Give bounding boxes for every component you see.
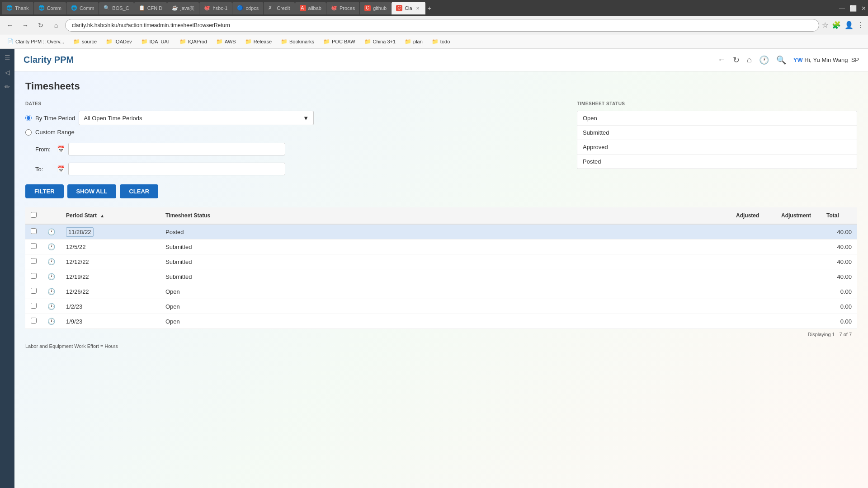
bookmark-iqaprod[interactable]: 📁 IQAProd: [176, 37, 211, 46]
bookmark-clarity[interactable]: 📄 Clarity PPM :: Overv...: [4, 37, 68, 46]
from-date-row: From: 📅: [35, 143, 559, 155]
from-date-input[interactable]: [68, 143, 285, 155]
profile-icon[interactable]: 👤: [844, 21, 854, 29]
tab-close-cla[interactable]: ✕: [415, 5, 421, 11]
sidebar-edit-icon[interactable]: ✏: [2, 81, 13, 92]
select-all-checkbox[interactable]: [31, 212, 37, 218]
status-submitted[interactable]: Submitted: [577, 126, 857, 140]
reload-button[interactable]: ↻: [34, 19, 47, 32]
total-header[interactable]: Total: [821, 207, 857, 224]
tab-bosc[interactable]: 🔍 BOS_C: [99, 2, 133, 14]
tab-label-bosc: BOS_C: [112, 5, 129, 11]
home-nav-icon[interactable]: ⌂: [747, 55, 752, 65]
tab-cfnd[interactable]: 📋 CFN D: [134, 2, 167, 14]
bookmark-aws[interactable]: 📁 AWS: [212, 37, 240, 46]
tab-comm2[interactable]: 🌐 Comm: [66, 2, 99, 14]
from-calendar-icon[interactable]: 📅: [57, 145, 65, 153]
filter-dates: DATES By Time Period All Open Time Perio…: [25, 101, 559, 175]
by-time-period-radio[interactable]: [25, 115, 32, 121]
time-period-select[interactable]: All Open Time Periods ▼: [79, 111, 314, 125]
bookmark-source[interactable]: 📁 source: [70, 37, 100, 46]
bookmark-iqa-uat[interactable]: 📁 IQA_UAT: [137, 37, 174, 46]
bookmark-china[interactable]: 📁 China 3+1: [361, 37, 399, 46]
tab-proces[interactable]: 🐙 Proces: [326, 2, 359, 14]
adjusted-cell: [731, 299, 776, 314]
tab-credit[interactable]: ✗ Credit: [264, 2, 294, 14]
close-window-button[interactable]: ✕: [861, 5, 866, 12]
bookmarks-bar: 📄 Clarity PPM :: Overv... 📁 source 📁 IQA…: [0, 34, 868, 49]
custom-range-radio[interactable]: [25, 129, 32, 136]
bookmark-release[interactable]: 📁 Release: [241, 37, 275, 46]
row-checkbox-6[interactable]: [31, 318, 37, 324]
refresh-icon[interactable]: ↻: [733, 55, 740, 65]
url-text: clarity.hk.hsbc/niku/nu#action:timeadmin…: [72, 22, 230, 28]
row-checkbox-4[interactable]: [31, 288, 37, 294]
forward-button[interactable]: →: [19, 19, 32, 32]
tab-favicon-cdpcs: 🔵: [237, 5, 243, 11]
bookmark-folder-icon-release: 📁: [245, 38, 252, 45]
to-label: To:: [35, 166, 53, 173]
minimize-button[interactable]: —: [839, 5, 845, 12]
table-row: 🕐 12/19/22 Submitted 40.00: [25, 269, 857, 284]
status-cell: Submitted: [160, 269, 731, 284]
back-nav-icon[interactable]: ←: [717, 55, 726, 65]
total-cell: 40.00: [821, 224, 857, 239]
sidebar-nav-icon[interactable]: ◁: [2, 67, 13, 78]
bookmark-star-icon[interactable]: ☆: [822, 21, 828, 29]
adjusted-cell: [731, 239, 776, 254]
clear-button[interactable]: CLEAR: [120, 184, 158, 198]
tab-favicon-alibab: A: [300, 5, 306, 11]
period-start-cell[interactable]: 1/2/23: [61, 299, 160, 314]
period-start-cell[interactable]: 1/9/23: [61, 314, 160, 329]
tab-favicon-bosc: 🔍: [104, 5, 110, 11]
filter-button[interactable]: FILTER: [25, 184, 64, 198]
bookmark-bookmarks[interactable]: 📁 Bookmarks: [277, 37, 318, 46]
row-checkbox-5[interactable]: [31, 303, 37, 309]
bookmark-poc-baw[interactable]: 📁 POC BAW: [320, 37, 359, 46]
new-tab-button[interactable]: +: [428, 5, 431, 12]
by-time-period-label: By Time Period: [35, 115, 75, 122]
status-posted[interactable]: Posted: [577, 155, 857, 169]
tab-favicon-comm2: 🌐: [71, 5, 77, 11]
bookmark-iqadev[interactable]: 📁 IQADev: [102, 37, 136, 46]
sidebar-menu-icon[interactable]: ☰: [2, 52, 13, 63]
bookmark-plan[interactable]: 📁 plan: [401, 37, 426, 46]
app-header: Clarity PPM ← ↻ ⌂ 🕐 🔍 YW Hi, Yu Min Wang…: [14, 49, 868, 71]
adjustment-cell: [776, 284, 821, 299]
history-icon[interactable]: 🕐: [759, 55, 769, 65]
menu-icon[interactable]: ⋮: [857, 21, 864, 29]
tab-github[interactable]: C github: [360, 2, 391, 14]
tab-thank[interactable]: 🌐 Thank: [2, 2, 33, 14]
address-bar[interactable]: clarity.hk.hsbc/niku/nu#action:timeadmin…: [65, 19, 819, 32]
restore-button[interactable]: ⬜: [849, 5, 857, 12]
tab-cdpcs[interactable]: 🔵 cdpcs: [232, 2, 263, 14]
tab-comm1[interactable]: 🌐 Comm: [34, 2, 66, 14]
extensions-icon[interactable]: 🧩: [832, 21, 841, 29]
row-checkbox-3[interactable]: [31, 273, 37, 279]
row-checkbox-2[interactable]: [31, 258, 37, 264]
status-open[interactable]: Open: [577, 111, 857, 126]
tab-java[interactable]: ☕ java实: [167, 2, 199, 14]
to-calendar-icon[interactable]: 📅: [57, 165, 65, 173]
period-start-header[interactable]: Period Start ▲: [61, 207, 160, 224]
show-all-button[interactable]: SHOW ALL: [67, 184, 117, 198]
adjustment-header[interactable]: Adjustment: [776, 207, 821, 224]
status-approved[interactable]: Approved: [577, 140, 857, 155]
tab-hsbc[interactable]: 🐙 hsbc-1: [199, 2, 232, 14]
period-start-cell[interactable]: 12/26/22: [61, 284, 160, 299]
row-checkbox-0[interactable]: [31, 228, 37, 234]
period-start-cell[interactable]: 12/19/22: [61, 269, 160, 284]
tab-alibab[interactable]: A alibab: [295, 2, 326, 14]
to-date-input[interactable]: [68, 163, 285, 175]
home-button[interactable]: ⌂: [50, 19, 62, 32]
bookmark-todo[interactable]: 📁 todo: [428, 37, 453, 46]
period-start-cell[interactable]: 12/12/22: [61, 254, 160, 269]
tab-cla[interactable]: C Cla ✕: [392, 2, 425, 14]
period-start-cell[interactable]: 11/28/22: [61, 224, 160, 239]
search-icon[interactable]: 🔍: [776, 55, 786, 65]
period-start-cell[interactable]: 12/5/22: [61, 239, 160, 254]
back-button[interactable]: ←: [4, 19, 16, 32]
row-checkbox-1[interactable]: [31, 243, 37, 249]
adjusted-header[interactable]: Adjusted: [731, 207, 776, 224]
timesheet-status-header[interactable]: Timesheet Status: [160, 207, 731, 224]
